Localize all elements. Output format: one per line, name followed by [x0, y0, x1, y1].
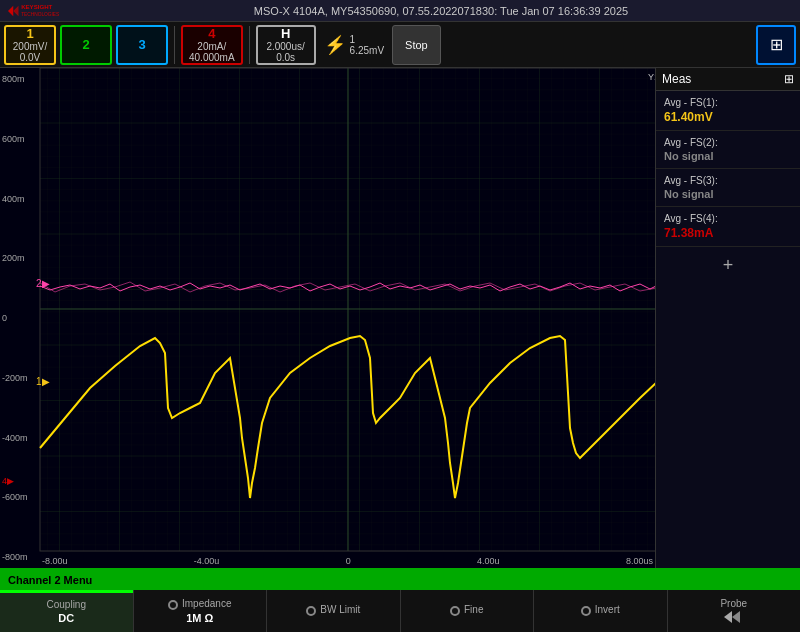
ch1-number: 1 [26, 26, 33, 41]
ch2-number: 2 [82, 37, 89, 52]
menu-fine-label: Fine [450, 604, 483, 615]
horiz-scale: 2.000us/ [266, 41, 304, 52]
meas-value-4: 71.38mA [664, 226, 792, 240]
menu-coupling-label: Coupling [47, 599, 86, 610]
menu-coupling[interactable]: Coupling DC [0, 590, 134, 632]
measurement-item-1: Avg - FS(1): 61.40mV [656, 91, 800, 131]
menu-probe[interactable]: Probe [668, 590, 801, 632]
menu-coupling-value: DC [58, 612, 74, 624]
menu-bwlimit-label: BW Limit [306, 604, 360, 615]
meas-label-2: Avg - FS(2): [664, 137, 792, 148]
y-axis-labels: 800m 600m 400m 200m 0 -200m -400m -600m … [2, 68, 40, 568]
meas-label-3: Avg - FS(3): [664, 175, 792, 186]
measurements-panel: Meas ⊞ Avg - FS(1): 61.40mV Avg - FS(2):… [655, 68, 800, 568]
svg-text:TECHNOLOGIES: TECHNOLOGIES [21, 12, 59, 17]
measurement-item-3: Avg - FS(3): No signal [656, 169, 800, 207]
svg-marker-1 [13, 5, 18, 16]
ch4-ground-marker: 4▶ [2, 476, 14, 486]
trigger-value: 6.25mV [350, 45, 384, 56]
meas-label-4: Avg - FS(4): [664, 213, 792, 224]
keysight-logo: KEYSIGHT TECHNOLOGIES [8, 2, 78, 20]
ch4-offset: 40.000mA [189, 52, 235, 63]
svg-marker-0 [8, 5, 13, 16]
menu-invert-label: Invert [581, 604, 620, 615]
scope-display: Y1 800m 600m 400m 200m 0 -200m -400m -60… [0, 68, 655, 568]
channel-3-button[interactable]: 3 [116, 25, 168, 65]
meas-value-1: 61.40mV [664, 110, 792, 124]
measurements-config-icon[interactable]: ⊞ [784, 72, 794, 86]
menu-probe-value [724, 611, 744, 625]
meas-label-1: Avg - FS(1): [664, 97, 792, 108]
horiz-offset: 0.0s [276, 52, 295, 63]
run-stop-button[interactable]: Stop [392, 25, 441, 65]
fine-radio [450, 606, 460, 616]
horizontal-button[interactable]: H 2.000us/ 0.0s [256, 25, 316, 65]
svg-text:KEYSIGHT: KEYSIGHT [21, 3, 52, 10]
svg-marker-15 [724, 611, 732, 623]
ch1-offset: 0.0V [20, 52, 41, 63]
scope-title: MSO-X 4104A, MY54350690, 07.55.202207183… [90, 5, 792, 17]
run-stop-label: Stop [405, 39, 428, 51]
channel-1-button[interactable]: 1 200mV/ 0.0V [4, 25, 56, 65]
menu-impedance[interactable]: Impedance 1M Ω [134, 590, 268, 632]
trigger-level: 1 [350, 34, 384, 45]
menu-probe-label: Probe [720, 598, 747, 609]
ch1-ground-marker: 1▶ [36, 376, 50, 387]
svg-text:Y1: Y1 [648, 72, 655, 82]
add-measurement-button[interactable]: + [656, 247, 800, 284]
menu-fine[interactable]: Fine [401, 590, 535, 632]
ch2-ground-marker: 2▶ [36, 278, 50, 289]
meas-value-3: No signal [664, 188, 792, 200]
invert-radio [581, 606, 591, 616]
ch1-scale: 200mV/ [13, 41, 47, 52]
bwlimit-radio [306, 606, 316, 616]
trigger-info: 1 6.25mV [350, 34, 384, 56]
channel-toolbar: 1 200mV/ 0.0V 2 3 4 20mA/ 40.000mA H 2.0… [0, 22, 800, 68]
measurements-header: Meas ⊞ [656, 68, 800, 91]
trigger-icon[interactable]: ⚡ [324, 34, 346, 56]
bottom-menu-items: Coupling DC Impedance 1M Ω BW Limit Fine… [0, 590, 800, 632]
menu-impedance-value: 1M Ω [186, 612, 213, 624]
svg-marker-16 [732, 611, 740, 623]
menu-invert[interactable]: Invert [534, 590, 668, 632]
toolbar-separator-1 [174, 26, 175, 64]
ch3-number: 3 [138, 37, 145, 52]
horiz-label: H [281, 26, 290, 41]
impedance-radio [168, 600, 178, 610]
scope-grid: Y1 [0, 68, 655, 568]
main-area: Y1 800m 600m 400m 200m 0 -200m -400m -60… [0, 68, 800, 568]
toolbar-separator-2 [249, 26, 250, 64]
trigger-section: ⚡ 1 6.25mV [324, 34, 384, 56]
bottom-menu: Channel 2 Menu Coupling DC Impedance 1M … [0, 568, 800, 632]
acquire-button[interactable]: ⊞ [756, 25, 796, 65]
channel-4-button[interactable]: 4 20mA/ 40.000mA [181, 25, 243, 65]
acq-icon: ⊞ [770, 35, 783, 54]
ch4-scale: 20mA/ [197, 41, 226, 52]
measurements-title: Meas [662, 72, 691, 86]
measurement-item-2: Avg - FS(2): No signal [656, 131, 800, 169]
channel-2-button[interactable]: 2 [60, 25, 112, 65]
menu-impedance-label: Impedance [168, 598, 231, 609]
menu-bwlimit[interactable]: BW Limit [267, 590, 401, 632]
measurement-item-4: Avg - FS(4): 71.38mA [656, 207, 800, 247]
title-bar: KEYSIGHT TECHNOLOGIES MSO-X 4104A, MY543… [0, 0, 800, 22]
ch4-number: 4 [208, 26, 215, 41]
meas-value-2: No signal [664, 150, 792, 162]
x-axis-labels: -8.00u -4.00u 0 4.00u 8.00us [40, 556, 655, 566]
bottom-menu-title: Channel 2 Menu [0, 570, 800, 590]
